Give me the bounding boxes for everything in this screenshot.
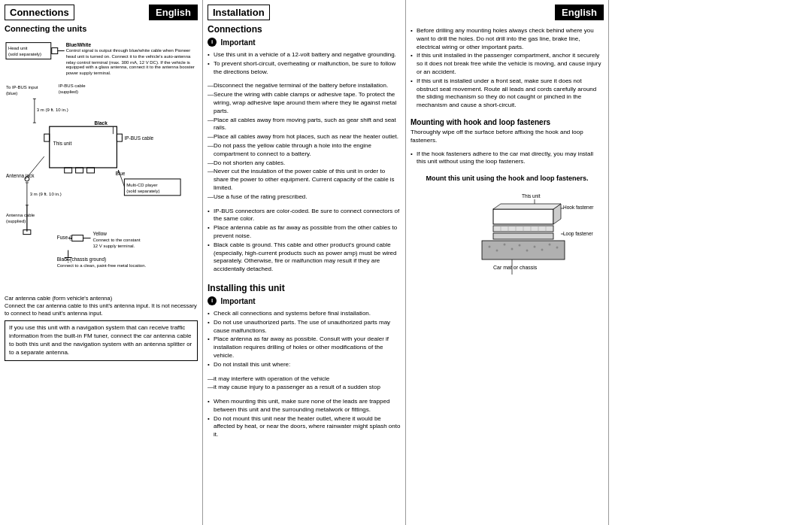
bullet-item: When mounting this unit, make sure none …	[208, 398, 401, 414]
svg-text:(supplied): (supplied)	[6, 219, 26, 223]
svg-text:Hook fastener: Hook fastener	[563, 205, 594, 210]
svg-rect-72	[493, 233, 553, 239]
svg-rect-16	[117, 134, 122, 141]
connections-important-row: i Important	[208, 38, 401, 47]
wiring-diagram-svg: Head unit (sold separately) Blue/White C…	[5, 36, 198, 292]
svg-text:3 m (9 ft. 10 in.): 3 m (9 ft. 10 in.)	[30, 192, 62, 196]
installing-dashes: it may interfere with operation of the v…	[208, 375, 401, 393]
svg-rect-18	[65, 168, 72, 173]
svg-text:This unit: This unit	[522, 193, 541, 199]
svg-text:Multi-CD player: Multi-CD player	[126, 183, 157, 187]
mount-bold-text: Mount this unit using the hook and loop …	[411, 174, 604, 184]
important-icon-2: i	[208, 296, 217, 305]
bullet-item: If this unit is installed under a front …	[411, 77, 604, 110]
svg-line-32	[27, 156, 44, 178]
bullet-item: Do not use unauthorized parts. The use o…	[208, 319, 401, 335]
bullet-item: Do not mount this unit near the heater o…	[208, 415, 401, 439]
dash-item: Secure the wiring with cable clamps or a…	[208, 91, 401, 115]
svg-text:IP-BUS cable: IP-BUS cable	[124, 135, 153, 141]
mounting-diagram-svg: This unit Hook fastener Loop fastener	[411, 190, 604, 303]
connections-important-label: Important	[221, 38, 256, 47]
installing-bullets-3: When mounting this unit, make sure none …	[208, 398, 401, 440]
antenna-text: Car antenna cable (form vehicle's antenn…	[5, 295, 198, 317]
svg-text:(sold separately): (sold separately)	[126, 189, 159, 193]
svg-point-80	[534, 245, 536, 247]
english-label-right: English	[555, 5, 604, 20]
navigation-note-box: If you use this unit with a navigation s…	[5, 320, 198, 360]
svg-rect-43	[72, 235, 83, 241]
connecting-units-title: Connecting the units	[5, 24, 198, 33]
svg-rect-14	[50, 126, 117, 168]
mounting-diagram-area: This unit Hook fastener Loop fastener	[411, 190, 604, 305]
svg-rect-19	[76, 168, 83, 173]
svg-text:Connect to the constant: Connect to the constant	[93, 238, 141, 242]
bullet-item: IP-BUS connectors are color-coded. Be su…	[208, 208, 401, 224]
right-header: English	[411, 5, 604, 20]
svg-text:3 m (9 ft. 10 in.): 3 m (9 ft. 10 in.)	[37, 108, 68, 112]
dash-item: Do not shorten any cables.	[208, 159, 401, 168]
dash-item: it may interfere with operation of the v…	[208, 375, 401, 384]
svg-rect-57	[493, 209, 553, 224]
svg-rect-3	[52, 48, 58, 54]
installation-header: Installation	[208, 5, 401, 20]
svg-point-78	[519, 244, 521, 246]
svg-text:(supplied): (supplied)	[59, 90, 78, 94]
svg-text:Black (chassis ground): Black (chassis ground)	[57, 256, 106, 262]
mounting-title: Mounting with hook and loop fasteners	[411, 118, 604, 126]
svg-point-79	[526, 249, 529, 251]
installing-important-label: Important	[221, 296, 256, 305]
installation-title: Installation	[208, 5, 270, 20]
svg-text:IP-BUS cable: IP-BUS cable	[59, 83, 86, 88]
svg-point-74	[489, 245, 491, 247]
svg-point-76	[504, 243, 506, 245]
dash-item: Use a fuse of the rating prescribed.	[208, 193, 401, 202]
svg-point-83	[556, 246, 559, 248]
connections-diagram: Head unit (sold separately) Blue/White C…	[5, 36, 198, 292]
connections-bullets-1: Use this unit in a vehicle of a 12-volt …	[208, 51, 401, 77]
bullet-item: Place antenna cable as far away as possi…	[208, 224, 401, 241]
dash-item: Place all cables away from moving parts,…	[208, 117, 401, 133]
connections-header: Connections English	[5, 5, 198, 20]
bullet-item: Black cable is ground. This cable and ot…	[208, 241, 401, 274]
svg-point-75	[496, 249, 498, 251]
svg-text:(blue): (blue)	[6, 91, 17, 96]
svg-text:To IP-BUS input: To IP-BUS input	[6, 85, 38, 90]
svg-text:Car mat or chassis: Car mat or chassis	[493, 265, 538, 270]
english-label-left: English	[149, 5, 198, 20]
installing-unit-title: Installing this unit	[208, 283, 401, 293]
svg-point-81	[541, 248, 544, 250]
bullet-item: Do not install this unit where:	[208, 361, 401, 369]
important-icon-1: i	[208, 38, 217, 47]
svg-text:Connect to a clean, paint-free: Connect to a clean, paint-free metal loc…	[57, 263, 147, 268]
installing-bullets: Check all connections and systems before…	[208, 310, 401, 370]
svg-point-82	[549, 243, 551, 245]
svg-text:Yellow: Yellow	[93, 231, 108, 236]
connections-bullets-2: IP-BUS connectors are color-coded. Be su…	[208, 208, 401, 275]
bullet-item: Use this unit in a vehicle of a 12-volt …	[208, 51, 401, 59]
svg-text:Head unit: Head unit	[8, 46, 28, 50]
dash-item: it may cause injury to a passenger as a …	[208, 384, 401, 392]
svg-rect-73	[482, 241, 565, 259]
bullet-item: Place antenna as far away as possible. C…	[208, 335, 401, 360]
connections-install-title: Connections	[208, 24, 401, 35]
bullet-item: Before drilling any mounting holes alway…	[411, 27, 604, 51]
bullet-item: Check all connections and systems before…	[208, 310, 401, 318]
pre-drill-bullets: Before drilling any mounting holes alway…	[411, 27, 604, 111]
dash-item: Place all cables away from hot places, s…	[208, 133, 401, 141]
svg-text:Loop fastener: Loop fastener	[563, 231, 594, 237]
svg-text:This unit: This unit	[53, 141, 72, 146]
svg-text:12 V supply terminal.: 12 V supply terminal.	[93, 244, 135, 248]
dash-item: Disconnect the negative terminal of the …	[208, 82, 401, 90]
mounting-bullet: If the hook fasteners adhere to the car …	[411, 150, 604, 168]
bullet-item: If the hook fasteners adhere to the car …	[411, 150, 604, 167]
svg-text:Antenna cable: Antenna cable	[6, 213, 35, 217]
svg-text:Black: Black	[95, 120, 108, 126]
svg-rect-17	[44, 134, 50, 141]
svg-text:(sold separately): (sold separately)	[8, 52, 41, 56]
svg-point-77	[511, 247, 514, 250]
svg-text:Antenna jack: Antenna jack	[6, 173, 35, 179]
connections-column: Connections English Connecting the units…	[0, 0, 203, 525]
connections-dashes: Disconnect the negative terminal of the …	[208, 82, 401, 202]
dash-item: Never cut the insulation of the power ca…	[208, 168, 401, 192]
right-column: English Before drilling any mounting hol…	[406, 0, 609, 525]
